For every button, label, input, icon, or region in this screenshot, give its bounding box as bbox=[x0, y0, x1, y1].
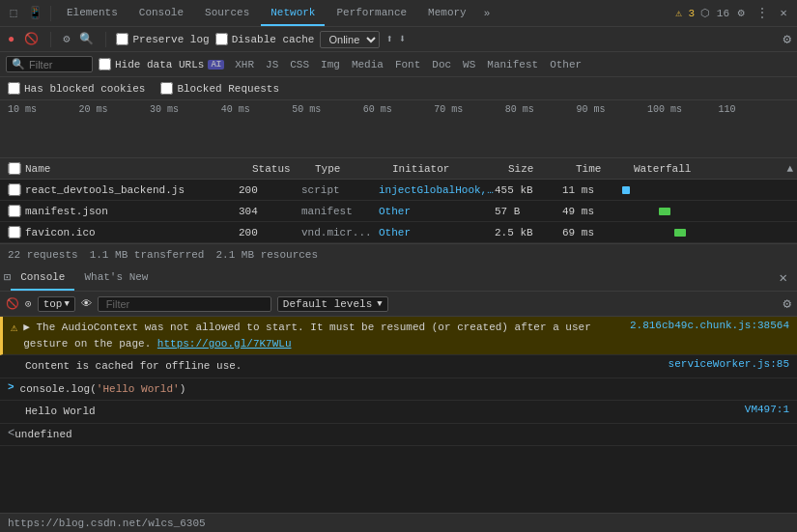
sep3 bbox=[105, 32, 106, 47]
row-time-2: 69 ms bbox=[562, 227, 620, 238]
console-context-dropdown[interactable]: top ▼ bbox=[38, 296, 75, 312]
col-header-waterfall[interactable]: Waterfall ▲ bbox=[634, 163, 797, 175]
record-icon[interactable]: ● bbox=[6, 31, 16, 48]
row-status-0: 200 bbox=[239, 184, 301, 196]
filter-css[interactable]: CSS bbox=[285, 58, 314, 71]
table-row[interactable]: manifest.json 304 manifest Other 57 B 49… bbox=[0, 201, 797, 222]
blocked-requests-label[interactable]: Blocked Requests bbox=[160, 82, 279, 95]
bottom-url-bar: https://blog.csdn.net/wlcs_6305 bbox=[0, 513, 797, 532]
preserve-log-checkbox[interactable] bbox=[116, 33, 128, 45]
console-filter-input[interactable] bbox=[98, 296, 271, 312]
console-pause-icon[interactable]: ⊙ bbox=[25, 297, 32, 310]
tab-memory[interactable]: Memory bbox=[418, 0, 476, 26]
network-toolbar: ● 🚫 ⚙ 🔍 Preserve log Disable cache Onlin… bbox=[0, 27, 797, 52]
filter-img[interactable]: Img bbox=[316, 58, 345, 71]
hello-world-output: Hello World bbox=[25, 404, 737, 420]
tab-sources[interactable]: Sources bbox=[195, 0, 259, 26]
row-size-2: 2.5 kB bbox=[495, 227, 562, 238]
tab-console[interactable]: Console bbox=[129, 0, 193, 26]
bottom-url-text: https://blog.csdn.net/wlcs_6305 bbox=[8, 518, 206, 529]
row-status-2: 200 bbox=[239, 227, 301, 238]
sep2 bbox=[50, 32, 51, 47]
checkboxes-row: Has blocked cookies Blocked Requests bbox=[0, 77, 797, 100]
tab-whats-new[interactable]: What's New bbox=[74, 265, 157, 291]
row-checkbox-1[interactable] bbox=[8, 205, 21, 217]
throttle-dropdown[interactable]: Online bbox=[320, 31, 380, 48]
settings-icon[interactable]: ⚙ bbox=[731, 4, 751, 23]
clear-icon[interactable]: 🚫 bbox=[22, 30, 41, 48]
timeline-label-1: 20 ms bbox=[79, 104, 151, 115]
waterfall-bar-2 bbox=[674, 229, 686, 237]
devtools-device-icon[interactable]: 📱 bbox=[25, 4, 44, 23]
filter-js[interactable]: JS bbox=[261, 58, 283, 71]
col-header-time[interactable]: Time bbox=[576, 163, 634, 175]
hide-data-urls-checkbox[interactable] bbox=[99, 58, 111, 70]
row-waterfall-1 bbox=[620, 208, 797, 215]
tab-performance[interactable]: Performance bbox=[327, 0, 416, 26]
console-log-close: ) bbox=[180, 383, 186, 395]
preserve-log-label[interactable]: Preserve log bbox=[116, 33, 209, 45]
select-all-checkbox[interactable] bbox=[8, 162, 21, 175]
tab-network[interactable]: Network bbox=[261, 0, 325, 26]
network-settings-icon[interactable]: ⚙ bbox=[783, 31, 791, 47]
audioctx-link[interactable]: https://goo.gl/7K7WLu bbox=[157, 338, 292, 350]
transferred-size: 1.1 MB transferred bbox=[90, 249, 205, 261]
table-row[interactable]: favicon.ico 200 vnd.micr... Other 2.5 kB… bbox=[0, 222, 797, 243]
more-options-icon[interactable]: ⋮ bbox=[753, 4, 772, 23]
tab-more[interactable]: » bbox=[478, 4, 497, 23]
timeline-label-10: 110 bbox=[718, 104, 789, 115]
filter-xhr[interactable]: XHR bbox=[230, 58, 259, 71]
tab-elements[interactable]: Elements bbox=[57, 0, 128, 26]
info-source[interactable]: serviceWorker.js:85 bbox=[669, 358, 789, 370]
row-time-0: 11 ms bbox=[562, 184, 620, 196]
has-blocked-cookies-checkbox[interactable] bbox=[8, 82, 20, 95]
devtools-inspect-icon[interactable]: ⬚ bbox=[4, 4, 23, 23]
resources-size: 2.1 MB resources bbox=[215, 249, 318, 261]
info-msg-text: Content is cached for offline use. bbox=[25, 358, 661, 375]
filter-font[interactable]: Font bbox=[390, 58, 425, 71]
filter-media[interactable]: Media bbox=[347, 58, 388, 71]
filter-other[interactable]: Other bbox=[545, 58, 586, 71]
console-toolbar: 🚫 ⊙ top ▼ 👁 Default levels ▼ ⚙ bbox=[0, 292, 797, 317]
filter-input[interactable] bbox=[29, 59, 87, 70]
search-icon[interactable]: 🔍 bbox=[77, 30, 96, 48]
devtools-toolbar: ⬚ 📱 Elements Console Sources Network Per… bbox=[0, 0, 797, 27]
blocked-requests-checkbox[interactable] bbox=[160, 82, 173, 95]
row-name-1: manifest.json bbox=[25, 206, 239, 217]
filter-icon[interactable]: ⚙ bbox=[61, 30, 71, 48]
row-checkbox-2[interactable] bbox=[8, 226, 21, 238]
row-size-1: 57 B bbox=[495, 206, 562, 217]
warning-source[interactable]: 2.816cb49c.chunk.js:38564 bbox=[630, 320, 789, 331]
console-messages: ⚠ ▶ The AudioContext was not allowed to … bbox=[0, 317, 797, 513]
col-header-status[interactable]: Status bbox=[252, 163, 315, 175]
filter-manifest[interactable]: Manifest bbox=[482, 58, 543, 71]
filter-ws[interactable]: WS bbox=[458, 58, 480, 71]
upload-icon[interactable]: ⬆ bbox=[385, 32, 392, 46]
has-blocked-cookies-label[interactable]: Has blocked cookies bbox=[8, 82, 145, 95]
row-initiator-0[interactable]: injectGlobalHook,... bbox=[379, 184, 495, 196]
disable-cache-checkbox[interactable] bbox=[215, 33, 228, 45]
filter-doc[interactable]: Doc bbox=[427, 58, 456, 71]
console-clear-icon[interactable]: 🚫 bbox=[6, 297, 19, 310]
waterfall-bar-1 bbox=[659, 208, 670, 215]
console-eye-icon[interactable]: 👁 bbox=[81, 297, 92, 310]
console-dock-icon[interactable]: ⊡ bbox=[4, 270, 11, 285]
timeline-label-3: 40 ms bbox=[221, 104, 293, 115]
default-levels-dropdown[interactable]: Default levels ▼ bbox=[277, 296, 388, 312]
row-checkbox-0[interactable] bbox=[8, 183, 21, 196]
table-row[interactable]: react_devtools_backend.js 200 script inj… bbox=[0, 180, 797, 201]
col-header-name[interactable]: Name bbox=[25, 163, 252, 175]
tab-console-main[interactable]: Console bbox=[11, 265, 74, 291]
console-settings-icon[interactable]: ⚙ bbox=[783, 295, 791, 312]
col-header-type[interactable]: Type bbox=[315, 163, 392, 175]
console-log-text: console.log( bbox=[20, 383, 97, 395]
disable-cache-label[interactable]: Disable cache bbox=[215, 33, 315, 45]
waterfall-sort-icon: ▲ bbox=[786, 163, 793, 175]
col-header-initiator[interactable]: Initiator bbox=[392, 163, 508, 175]
error-count: ⬡ 16 bbox=[700, 7, 729, 19]
download-icon[interactable]: ⬇ bbox=[399, 32, 406, 46]
vm-source[interactable]: VM497:1 bbox=[745, 404, 789, 415]
col-header-size[interactable]: Size bbox=[508, 163, 576, 175]
console-close-icon[interactable]: ✕ bbox=[774, 269, 793, 286]
close-devtools-icon[interactable]: ✕ bbox=[774, 4, 793, 23]
